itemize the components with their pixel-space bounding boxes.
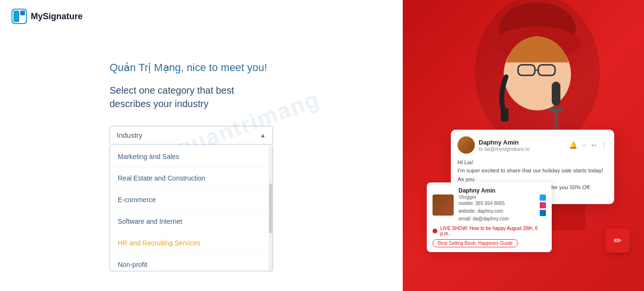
svg-rect-19 [555, 110, 557, 130]
signature-avatar [433, 194, 454, 216]
list-item[interactable]: E-commerce [110, 189, 272, 211]
signature-info: Daphny Amin Vlogger mobile: 365 654 8065… [458, 187, 533, 223]
signature-name: Daphny Amin [458, 187, 533, 194]
logo-text: MySignature [31, 12, 83, 22]
email-sender: Daphny Amin to lia@mysignature.io [458, 136, 530, 154]
twitter-icon [540, 194, 546, 201]
email-actions: 🔔 ☆ ↩ ⋮ [569, 141, 607, 149]
dropdown-list: Marketing and Sales Real Estate and Cons… [110, 146, 273, 271]
main-content: Quản Trị Mạng, nice to meet you! Select … [0, 33, 403, 145]
sig-mobile: mobile: 365 654 8065 [458, 200, 533, 207]
chevron-up-icon: ▲ [260, 132, 266, 139]
svg-rect-2 [13, 11, 19, 22]
email-body-line2: I'm super excited to share that our holi… [458, 167, 607, 183]
logo-icon [12, 9, 27, 24]
industry-dropdown[interactable]: Industry ▲ Marketing and Sales Real Esta… [110, 126, 273, 145]
sig-email: email: da@daphny.com [458, 215, 533, 223]
instagram-icon [540, 202, 546, 208]
signature-details: mobile: 365 654 8065 website: daphny.com… [458, 200, 533, 223]
sig-website: website: daphny.com [458, 207, 533, 215]
svg-rect-3 [20, 11, 25, 15]
dropdown-header[interactable]: Industry ▲ [110, 126, 273, 145]
list-item[interactable]: Non-profit [110, 254, 272, 271]
signature-card: Daphny Amin Vlogger mobile: 365 654 8065… [427, 182, 552, 252]
live-text: LIVE SHOW: How to be happy August 26th, … [440, 226, 546, 236]
floating-action-button[interactable]: ✏ [606, 229, 630, 253]
svg-rect-16 [501, 108, 508, 121]
email-hi: Hi Lia! [458, 158, 607, 167]
greeting-text: Quản Trị Mạng, nice to meet you! [110, 61, 403, 74]
header: MySignature [0, 0, 403, 33]
pen-icon: ✏ [614, 235, 622, 246]
live-dot [433, 229, 437, 233]
sender-email: to lia@mysignature.io [479, 146, 530, 152]
signature-header: Daphny Amin Vlogger mobile: 365 654 8065… [433, 187, 546, 223]
live-show-row: LIVE SHOW: How to be happy August 26th, … [433, 226, 546, 236]
list-item[interactable]: Real Estate and Construction [110, 168, 272, 189]
svg-rect-17 [552, 82, 560, 106]
dropdown-placeholder: Industry [117, 131, 142, 139]
scrollbar-track[interactable] [269, 146, 272, 271]
bell-icon: 🔔 [569, 141, 577, 149]
star-icon: ☆ [581, 141, 587, 149]
list-item[interactable]: Software and Internet [110, 211, 272, 232]
sender-info: Daphny Amin to lia@mysignature.io [479, 139, 530, 152]
more-icon: ⋮ [601, 141, 607, 149]
dropdown-scrollable[interactable]: Marketing and Sales Real Estate and Cons… [110, 146, 272, 271]
avatar [458, 136, 475, 154]
reply-icon: ↩ [591, 141, 597, 149]
left-panel: MySignature Quản Trị Mạng, nice to meet … [0, 0, 403, 291]
scrollbar-thumb[interactable] [269, 183, 272, 233]
right-panel: Daphny Amin to lia@mysignature.io 🔔 ☆ ↩ … [403, 0, 644, 291]
email-card-header: Daphny Amin to lia@mysignature.io 🔔 ☆ ↩ … [458, 136, 607, 154]
social-icons [540, 194, 546, 216]
signature-role: Vlogger [458, 194, 533, 200]
linkedin-icon [540, 210, 546, 216]
list-item[interactable]: Marketing and Sales [110, 146, 272, 168]
list-item[interactable]: HR and Recruiting Services [110, 232, 272, 254]
subtitle: Select one category that best describes … [110, 84, 263, 110]
signature-badge: Best Selling Book: Happines Guide [433, 239, 518, 247]
sender-name: Daphny Amin [479, 139, 530, 146]
